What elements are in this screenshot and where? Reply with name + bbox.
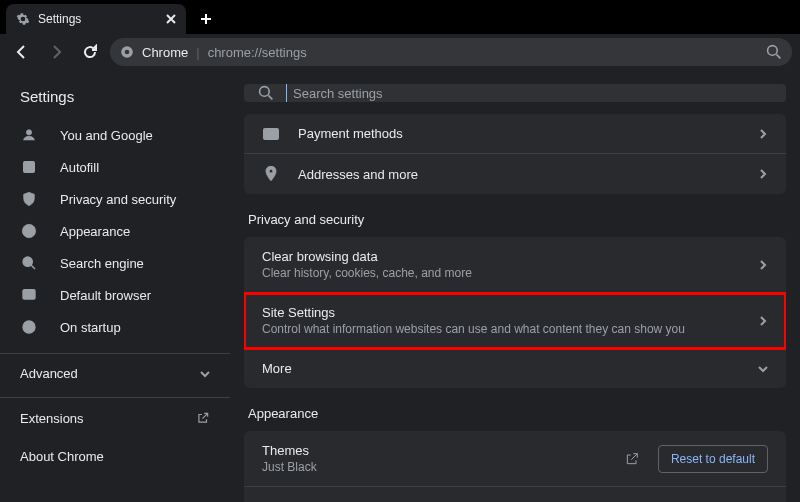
chevron-right-icon [758,316,768,326]
browser-toolbar: Chrome | chrome://settings [0,34,800,70]
sidebar-advanced[interactable]: Advanced [0,353,230,393]
row-label: Payment methods [298,126,740,141]
row-show-home-button[interactable]: Show home button Disabled [244,487,786,502]
omnibox-separator: | [196,45,199,60]
section-title-privacy: Privacy and security [244,194,786,237]
chevron-right-icon [758,169,768,179]
sidebar-item-autofill[interactable]: Autofill [0,151,230,183]
open-external-icon [196,411,210,425]
sidebar-item-privacy[interactable]: Privacy and security [0,183,230,215]
chevron-right-icon [758,129,768,139]
row-label: Clear browsing data [262,249,740,264]
reset-to-default-button[interactable]: Reset to default [658,445,768,473]
autofill-section-tail: Payment methods Addresses and more Priva… [230,110,800,502]
main-content: Payment methods Addresses and more Priva… [230,70,800,502]
sidebar: Settings You and Google Autofill Privacy… [0,70,230,502]
chevron-right-icon [758,260,768,270]
svg-rect-10 [264,128,279,139]
power-icon [20,318,38,336]
gear-icon [16,12,30,26]
new-tab-button[interactable] [192,5,220,33]
sidebar-extensions[interactable]: Extensions [0,398,230,438]
sidebar-item-label: You and Google [60,128,153,143]
sidebar-item-label: Default browser [60,288,151,303]
arrow-right-icon [48,44,64,60]
search-icon[interactable] [766,44,782,60]
section-title-appearance: Appearance [244,388,786,431]
row-addresses[interactable]: Addresses and more [244,154,786,194]
sidebar-item-you-and-google[interactable]: You and Google [0,119,230,151]
svg-point-3 [26,130,31,135]
sidebar-item-label: Search engine [60,256,144,271]
sidebar-item-label: On startup [60,320,121,335]
person-icon [20,126,38,144]
sidebar-extensions-label: Extensions [20,411,84,426]
forward-button[interactable] [42,38,70,66]
omnibox[interactable]: Chrome | chrome://settings [110,38,792,66]
search-icon [20,254,38,272]
sidebar-item-default-browser[interactable]: Default browser [0,279,230,311]
svg-point-9 [260,87,270,97]
sidebar-nav: You and Google Autofill Privacy and secu… [0,119,230,343]
sidebar-advanced-label: Advanced [20,366,78,381]
sidebar-item-label: Autofill [60,160,99,175]
row-sub: Just Black [262,460,606,474]
row-site-settings[interactable]: Site Settings Control what information w… [244,293,786,349]
sidebar-about-label: About Chrome [20,449,104,464]
shield-icon [20,190,38,208]
sidebar-item-appearance[interactable]: Appearance [0,215,230,247]
svg-point-5 [22,224,35,237]
sidebar-about[interactable]: About Chrome [0,438,230,474]
row-label: More [262,361,740,376]
open-external-icon[interactable] [624,451,640,467]
row-label: Site Settings [262,305,740,320]
settings-page: Settings You and Google Autofill Privacy… [0,70,800,502]
row-label: Addresses and more [298,167,740,182]
row-more[interactable]: More [244,349,786,388]
row-label: Themes [262,443,606,458]
page-title: Settings [0,84,230,119]
browser-tab[interactable]: Settings [6,4,186,34]
omnibox-prefix: Chrome [142,45,188,60]
row-themes[interactable]: Themes Just Black Reset to default [244,431,786,487]
row-sub: Control what information websites can us… [262,322,740,336]
palette-icon [20,222,38,240]
row-payment-methods[interactable]: Payment methods [244,114,786,154]
row-sub: Clear history, cookies, cache, and more [262,266,740,280]
svg-point-1 [125,50,130,55]
svg-point-2 [768,46,778,56]
sidebar-item-label: Privacy and security [60,192,176,207]
sidebar-item-on-startup[interactable]: On startup [0,311,230,343]
tab-title: Settings [38,12,158,26]
sidebar-item-search-engine[interactable]: Search engine [0,247,230,279]
back-button[interactable] [8,38,36,66]
search-settings-bar[interactable] [244,84,786,102]
arrow-left-icon [14,44,30,60]
card-icon [262,128,280,140]
row-clear-browsing-data[interactable]: Clear browsing data Clear history, cooki… [244,237,786,293]
chevron-down-icon [758,364,768,374]
reload-icon [82,44,98,60]
svg-rect-7 [23,290,35,299]
autofill-icon [20,158,38,176]
search-settings-input[interactable] [286,84,772,102]
omnibox-path: chrome://settings [208,45,307,60]
plus-icon [200,13,212,25]
sidebar-item-label: Appearance [60,224,130,239]
location-icon [262,166,280,182]
chrome-icon [120,45,134,59]
close-icon[interactable] [166,14,176,24]
reload-button[interactable] [76,38,104,66]
browser-icon [20,286,38,304]
svg-point-6 [23,257,32,266]
chevron-down-icon [200,369,210,379]
tab-bar: Settings [0,0,800,34]
search-icon [258,85,274,101]
